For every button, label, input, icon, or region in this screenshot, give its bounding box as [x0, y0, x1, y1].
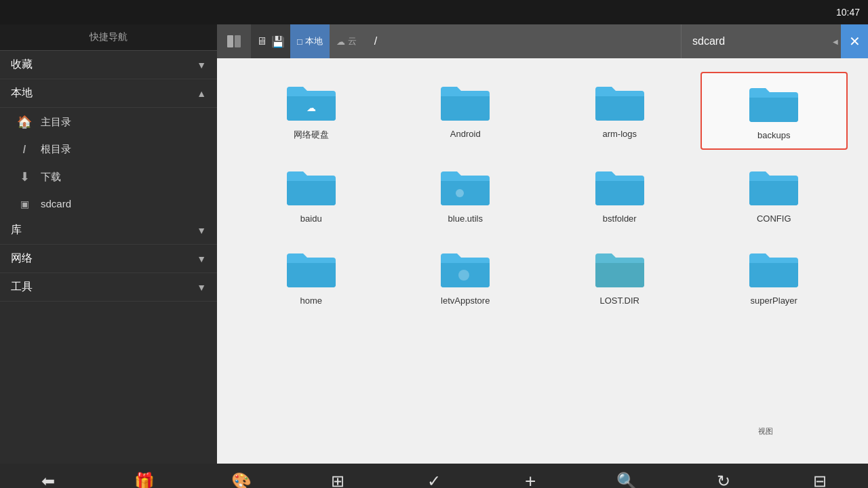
time-display: 10:47	[836, 7, 860, 18]
library-chevron: ▼	[197, 225, 206, 236]
folder-superplayer[interactable]: superPlayer	[701, 239, 848, 314]
folder-backups[interactable]: backups	[701, 72, 848, 150]
folder-icon-wangyipan: ☁	[284, 80, 338, 123]
folder-baidu[interactable]: baidu	[237, 157, 385, 232]
path-resize[interactable]: ◀	[830, 24, 841, 58]
folder-android[interactable]: Android	[392, 72, 540, 150]
folder-label-baidu: baidu	[300, 214, 322, 224]
folder-lostdir[interactable]: LOST.DIR	[546, 239, 694, 314]
svg-text:☁: ☁	[307, 102, 316, 113]
view-button[interactable]: ⊟ 视图	[772, 464, 868, 488]
sdcard-icon: ▣	[16, 199, 33, 209]
sidebar-section-tools[interactable]: 工具 ▼	[0, 273, 217, 302]
monitor-icon: 🖥	[256, 35, 267, 47]
close-icon: ✕	[849, 33, 861, 49]
svg-rect-0	[227, 35, 233, 47]
folder-icon-lostdir	[593, 247, 647, 290]
settings-button[interactable]: ⊞ 设置	[290, 464, 386, 488]
split-view-button[interactable]	[217, 24, 251, 58]
local-chevron: ▲	[197, 88, 206, 99]
folder-icon-backups	[747, 81, 801, 125]
sidebar-section-network[interactable]: 网络 ▼	[0, 245, 217, 273]
storage-icon: 💾	[271, 35, 285, 48]
local-tab[interactable]: □ 本地	[290, 24, 330, 58]
folder-armlogs[interactable]: arm-logs	[546, 72, 694, 150]
current-path[interactable]: /	[363, 24, 681, 58]
svg-rect-1	[235, 35, 241, 47]
folder-icon-superplayer	[747, 247, 801, 290]
theme-button[interactable]: 🎨 主题	[193, 464, 289, 488]
cloud-tab[interactable]: ☁ 云	[330, 24, 363, 58]
folder-home[interactable]: home	[237, 239, 385, 314]
folder-label-android: Android	[450, 129, 481, 139]
resize-icon: ◀	[833, 38, 838, 45]
new-icon: +	[525, 470, 536, 489]
sidebar-item-root[interactable]: / 根目录	[0, 136, 217, 163]
folder-label-lostdir: LOST.DIR	[599, 296, 639, 306]
folder-letvappstore[interactable]: letvAppstore	[392, 239, 540, 314]
sidebar-section-favorites[interactable]: 收藏 ▼	[0, 51, 217, 79]
sidebar-item-download[interactable]: ⬇ 下载	[0, 163, 217, 191]
network-chevron: ▼	[197, 253, 206, 264]
recommend-button[interactable]: 🎁 推荐	[96, 464, 193, 488]
folder-label-wangyipan: 网络硬盘	[294, 129, 329, 141]
tools-chevron: ▼	[197, 282, 206, 293]
folder-label-home: home	[300, 296, 322, 306]
folder-icon-android	[438, 80, 492, 123]
toolbar-icons: 🖥 💾	[251, 24, 290, 58]
folder-config[interactable]: CONFIG	[701, 157, 848, 232]
pathbar: 🖥 💾 □ 本地 ☁ 云 / sdcard ◀ ✕	[217, 24, 868, 58]
folder-icon-config	[747, 165, 801, 208]
exit-button[interactable]: ⬅ 退出	[0, 464, 96, 488]
recommend-icon: 🎁	[134, 472, 155, 489]
bottombar: ⬅ 退出 🎁 推荐 🎨 主题 ⊞ 设置 ✓ 选择 + 新建 🔍 搜索 ↻ 刷新 …	[0, 464, 868, 488]
folder-icon-baidu	[284, 165, 338, 208]
home-label: 主目录	[41, 116, 71, 129]
location-display: sdcard	[681, 24, 830, 58]
folder-label-backups: backups	[757, 130, 790, 140]
folder-bstfolder[interactable]: bstfolder	[546, 157, 694, 232]
folder-icon-letvappstore	[438, 247, 492, 290]
file-grid: ☁ 网络硬盘 Android	[217, 58, 868, 464]
view-label: 视图	[758, 426, 773, 436]
sidebar-section-local[interactable]: 本地 ▲	[0, 79, 217, 108]
folder-label-superplayer: superPlayer	[751, 296, 797, 306]
cloud-tab-icon: ☁	[336, 37, 345, 47]
close-button[interactable]: ✕	[841, 24, 868, 58]
refresh-button[interactable]: ↻ 刷新	[675, 464, 772, 488]
download-icon: ⬇	[16, 169, 33, 184]
sidebar-item-home[interactable]: 🏠 主目录	[0, 108, 217, 136]
cloud-tab-label: 云	[348, 35, 357, 47]
root-icon: /	[16, 144, 33, 156]
local-tab-icon: □	[297, 37, 302, 47]
download-label: 下载	[41, 171, 61, 184]
refresh-icon: ↻	[717, 472, 730, 489]
local-tab-label: 本地	[305, 35, 323, 47]
folder-wangyipan[interactable]: ☁ 网络硬盘	[237, 72, 385, 150]
folder-label-config: CONFIG	[757, 214, 791, 224]
library-label: 库	[11, 223, 22, 237]
svg-point-4	[458, 270, 469, 281]
theme-icon: 🎨	[231, 472, 252, 489]
folder-label-blueutils: blue.utils	[448, 214, 483, 224]
sidebar-title: 快捷导航	[0, 24, 217, 51]
folder-label-letvappstore: letvAppstore	[441, 296, 490, 306]
sidebar-item-sdcard[interactable]: ▣ sdcard	[0, 191, 217, 216]
folder-label-armlogs: arm-logs	[602, 129, 637, 139]
sidebar-section-library[interactable]: 库 ▼	[0, 216, 217, 245]
folder-icon-armlogs	[593, 80, 647, 123]
location-text: sdcard	[692, 35, 725, 47]
folder-icon-blueutils	[438, 165, 492, 208]
select-icon: ✓	[427, 472, 441, 489]
select-button[interactable]: ✓ 选择	[386, 464, 482, 488]
network-label: 网络	[11, 251, 33, 266]
path-text: /	[374, 35, 377, 47]
folder-icon-home	[284, 247, 338, 290]
folder-blueutils[interactable]: blue.utils	[392, 157, 540, 232]
favorites-chevron: ▼	[197, 60, 206, 70]
sdcard-label: sdcard	[41, 198, 71, 209]
search-button[interactable]: 🔍 搜索	[578, 464, 675, 488]
svg-point-3	[456, 189, 464, 197]
folder-label-bstfolder: bstfolder	[603, 214, 637, 224]
new-button[interactable]: + 新建	[482, 464, 578, 488]
